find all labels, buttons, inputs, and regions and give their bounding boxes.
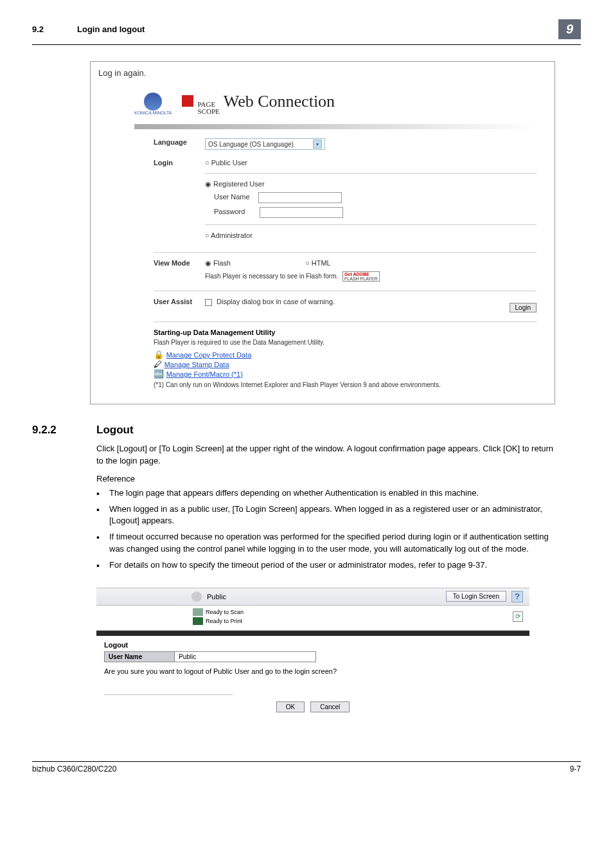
section-number: 9.2.2	[32, 424, 77, 437]
refresh-icon[interactable]: ⟳	[513, 611, 523, 622]
flash-radio[interactable]: ◉ Flash	[205, 259, 231, 267]
manage-stamp-link[interactable]: Manage Stamp Data	[164, 361, 229, 368]
brand-subtext: KONICA MINOLTA	[134, 111, 172, 115]
current-user-label: Public	[207, 593, 226, 601]
dm-title: Starting-up Data Management Utility	[154, 329, 537, 336]
reference-list: The login page that appears differs depe…	[96, 487, 555, 572]
password-input[interactable]	[260, 207, 343, 218]
password-label: Password	[214, 208, 245, 215]
ok-button[interactable]: OK	[276, 701, 305, 712]
pagescope-icon	[182, 95, 193, 107]
gradient-divider	[134, 124, 537, 129]
html-radio[interactable]: ○ HTML	[305, 259, 331, 267]
to-login-screen-button[interactable]: To Login Screen	[446, 591, 506, 602]
user-assist-label: User Assist	[134, 298, 205, 305]
globe-icon	[144, 93, 162, 111]
flash-note: Flash Player is necessary to see in Flas…	[205, 273, 338, 280]
footer-left: bizhub C360/C280/C220	[32, 764, 116, 773]
user-icon	[191, 592, 202, 602]
bullet-item: The login page that appears differs depe…	[96, 487, 555, 500]
logout-screenshot: Public To Login Screen ? Ready to Scan R…	[96, 588, 529, 723]
language-select[interactable]: OS Language (OS Language) ▾	[205, 138, 325, 150]
chevron-down-icon[interactable]: ▾	[313, 140, 322, 149]
chapter-badge: 9	[558, 19, 581, 39]
dm-note1: Flash Player is required to use the Data…	[154, 339, 537, 346]
confirm-text: Are you sure you want to logout of Publi…	[104, 667, 522, 675]
warning-checkbox[interactable]	[205, 299, 212, 306]
dm-note2: (*1) Can only run on Windows Internet Ex…	[154, 381, 537, 388]
registered-user-radio[interactable]: ◉ Registered User	[205, 180, 537, 188]
login-button[interactable]: Login	[510, 303, 537, 312]
username-input[interactable]	[258, 192, 342, 203]
language-label: Language	[134, 138, 205, 146]
web-connection-text: Web Connection	[224, 92, 335, 111]
login-screenshot: KONICA MINOLTA PAGE SCOPE Web Connection…	[124, 84, 547, 396]
cancel-button[interactable]: Cancel	[310, 701, 350, 712]
section-title: Logout	[96, 424, 134, 437]
konica-logo: KONICA MINOLTA	[134, 93, 172, 115]
username-label: User Name	[214, 193, 250, 201]
status-scan: Ready to Scan	[206, 609, 244, 615]
login-label: Login	[134, 159, 205, 167]
admin-radio[interactable]: ○ Administrator	[205, 231, 537, 239]
get-flash-badge[interactable]: Get ADOBE FLASH PLAYER	[342, 271, 380, 282]
login-panel: Log in again. KONICA MINOLTA PAGE SCOPE …	[90, 61, 555, 404]
language-value: OS Language (OS Language)	[208, 141, 294, 148]
manage-font-macro-link[interactable]: Manage Font/Macro (*1)	[166, 370, 243, 378]
bullet-item: For details on how to specify the timeou…	[96, 559, 555, 572]
bullet-item: When logged in as a public user, [To Log…	[96, 503, 555, 528]
footer-right: 9-7	[570, 764, 581, 773]
warning-checkbox-label: Display dialog box in case of warning.	[217, 298, 335, 305]
logout-title: Logout	[104, 641, 522, 649]
dark-bar	[96, 631, 529, 636]
username-header: User Name	[104, 651, 175, 662]
header-section-num: 9.2	[32, 24, 77, 34]
panel-caption: Log in again.	[98, 68, 547, 78]
help-icon[interactable]: ?	[511, 591, 523, 602]
pagescope-text: PAGE SCOPE	[197, 101, 219, 115]
bullet-item: If timeout occurred because no operation…	[96, 531, 555, 556]
reference-label: Reference	[96, 474, 581, 484]
scanner-icon	[193, 608, 203, 616]
printer-icon	[193, 617, 203, 625]
manage-copy-protect-link[interactable]: Manage Copy Protect Data	[166, 351, 252, 359]
view-mode-label: View Mode	[134, 259, 205, 267]
username-value: Public	[175, 651, 316, 662]
brand-title: PAGE SCOPE Web Connection	[182, 92, 335, 115]
header-section-title: Login and logout	[77, 24, 558, 34]
header-rule	[32, 44, 581, 45]
public-user-radio[interactable]: ○ Public User	[205, 159, 537, 167]
status-print: Ready to Print	[206, 618, 242, 624]
section-para1: Click [Logout] or [To Login Screen] at t…	[96, 443, 562, 467]
